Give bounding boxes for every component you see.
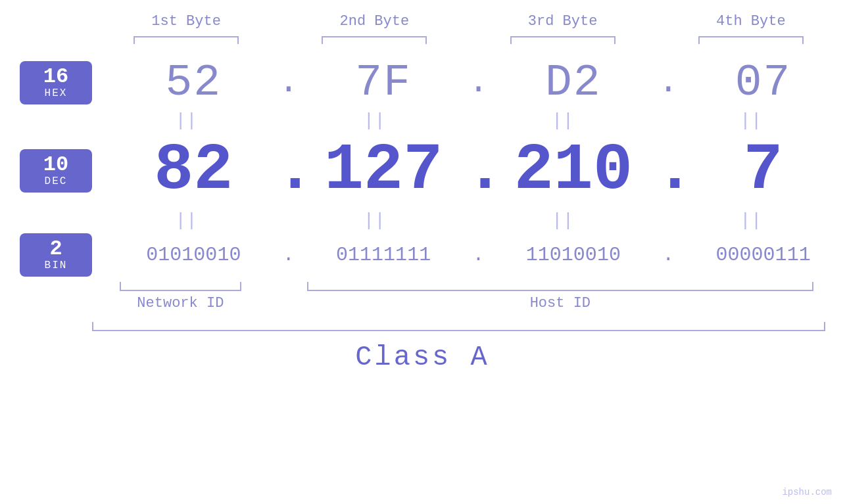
hex-dot-3: . xyxy=(655,63,681,102)
bin-b1: 01010010 xyxy=(112,244,276,266)
bracket-line-3 xyxy=(510,36,616,44)
bin-b2: 01111111 xyxy=(302,244,466,266)
hex-dot-1: . xyxy=(276,63,302,102)
host-bracket-cell xyxy=(295,282,825,291)
class-bracket-line xyxy=(92,322,825,331)
hex-b4: 07 xyxy=(681,57,845,108)
bracket-cell-2 xyxy=(280,36,468,44)
hex-b3: D2 xyxy=(492,57,656,108)
eq1-b4: || xyxy=(657,110,845,131)
hex-label-box: 16 HEX xyxy=(20,61,92,104)
bin-b3: 11010010 xyxy=(492,244,656,266)
hex-b2: 7F xyxy=(302,57,466,108)
network-bracket-cell xyxy=(92,282,269,291)
bin-base-number: 2 xyxy=(49,239,62,260)
bracket-line-2 xyxy=(322,36,427,44)
class-label-row: Class A xyxy=(0,342,845,373)
hex-dot-2: . xyxy=(466,63,492,102)
dot-spacer-label xyxy=(269,295,295,311)
bracket-line-4 xyxy=(698,36,804,44)
dec-b4: 7 xyxy=(681,133,845,208)
eq2-b1: || xyxy=(92,210,280,231)
byte1-header: 1st Byte xyxy=(92,13,280,30)
hex-values: 52 . 7F . D2 . 07 xyxy=(112,57,845,108)
eq2-b2: || xyxy=(280,210,468,231)
hex-row: 16 HEX 52 . 7F . D2 . 07 xyxy=(0,57,845,108)
eq2-b3: || xyxy=(469,210,657,231)
network-id-label: Network ID xyxy=(92,295,269,311)
eq1-b2: || xyxy=(280,110,468,131)
eq1-b1: || xyxy=(92,110,280,131)
bracket-cell-3 xyxy=(469,36,657,44)
bracket-cell-1 xyxy=(92,36,280,44)
host-id-label: Host ID xyxy=(295,295,825,311)
bin-label-box: 2 BIN xyxy=(20,233,92,277)
dec-b2: 127 xyxy=(302,133,466,208)
eq2-b4: || xyxy=(657,210,845,231)
byte-headers: 1st Byte 2nd Byte 3rd Byte 4th Byte xyxy=(0,0,845,30)
dec-row: 10 DEC 82 . 127 . 210 . 7 xyxy=(0,133,845,208)
bin-dot-3: . xyxy=(655,244,681,266)
hex-base-name: HEX xyxy=(45,87,68,99)
equals-row-1: || || || || xyxy=(0,110,845,131)
dot-spacer-1 xyxy=(269,282,295,291)
watermark: ipshu.com xyxy=(782,487,832,497)
bracket-cell-4 xyxy=(657,36,845,44)
byte2-header: 2nd Byte xyxy=(280,13,468,30)
dec-b3: 210 xyxy=(492,133,656,208)
network-bracket-line xyxy=(120,282,241,291)
byte3-header: 3rd Byte xyxy=(469,13,657,30)
class-bracket-row xyxy=(0,322,845,331)
bin-dot-2: . xyxy=(466,244,492,266)
dec-dot-2: . xyxy=(466,133,492,208)
bin-row: 2 BIN 01010010 . 01111111 . 11010010 . 0… xyxy=(0,233,845,277)
bracket-line-1 xyxy=(133,36,239,44)
dec-label-box: 10 DEC xyxy=(20,149,92,193)
bin-base-name: BIN xyxy=(45,260,68,271)
hex-base-number: 16 xyxy=(43,66,68,87)
id-labels: Network ID Host ID xyxy=(0,295,845,311)
byte4-header: 4th Byte xyxy=(657,13,845,30)
host-bracket-line xyxy=(307,282,813,291)
dec-base-name: DEC xyxy=(45,175,68,187)
main-container: 1st Byte 2nd Byte 3rd Byte 4th Byte 16 H… xyxy=(0,0,845,504)
bin-dot-1: . xyxy=(276,244,302,266)
equals-row-2: || || || || xyxy=(0,210,845,231)
class-label: Class A xyxy=(355,342,489,373)
top-brackets xyxy=(0,36,845,44)
dec-dot-1: . xyxy=(276,133,302,208)
bin-b4: 00000111 xyxy=(681,244,845,266)
dec-b1: 82 xyxy=(112,133,276,208)
dec-dot-3: . xyxy=(655,133,681,208)
dec-values: 82 . 127 . 210 . 7 xyxy=(112,133,845,208)
eq1-b3: || xyxy=(469,110,657,131)
bin-values: 01010010 . 01111111 . 11010010 . 0000011… xyxy=(112,244,845,266)
hex-b1: 52 xyxy=(112,57,276,108)
dec-base-number: 10 xyxy=(43,154,68,175)
segment-brackets xyxy=(0,282,845,291)
